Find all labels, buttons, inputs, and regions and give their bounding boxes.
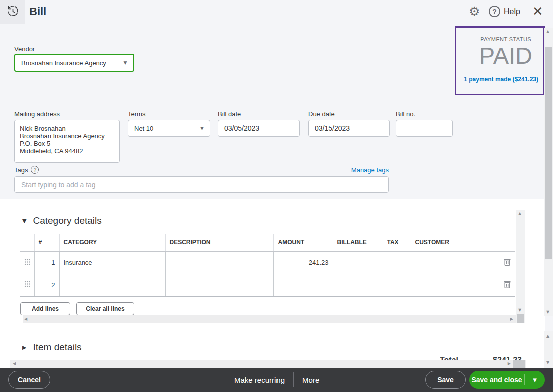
chevron-down-icon: ▼ — [200, 126, 204, 131]
payment-made-link[interactable]: 1 payment made ($241.23) — [456, 76, 538, 83]
page-title: Bill — [29, 5, 46, 18]
col-header-category: CATEGORY — [59, 234, 165, 251]
scroll-right-icon[interactable]: ▶ — [510, 317, 513, 321]
drag-handle-icon[interactable] — [20, 274, 34, 296]
save-button[interactable]: Save — [425, 371, 466, 389]
triangle-down-icon: ▼ — [22, 218, 26, 224]
recent-transactions-button[interactable] — [0, 0, 25, 24]
scroll-left-icon[interactable]: ◀ — [13, 362, 16, 366]
save-and-close-label: Save and close — [469, 376, 524, 384]
scroll-down-icon[interactable]: ▼ — [546, 361, 549, 365]
delete-line-trash-icon[interactable] — [503, 257, 511, 268]
bill-window: Bill ⚙ ? Help ✕ PAYMENT STATUS PAID 1 pa… — [0, 0, 553, 392]
chevron-down-icon[interactable]: ▼ — [525, 377, 545, 383]
add-lines-button[interactable]: Add lines — [20, 302, 70, 315]
chevron-down-icon: ▼ — [124, 60, 127, 65]
footer-bar: Cancel Make recurring More Save Save and… — [0, 368, 553, 392]
cancel-button[interactable]: Cancel — [8, 371, 50, 389]
billable-cell[interactable] — [333, 274, 383, 296]
terms-dropdown-arrow[interactable]: ▼ — [194, 120, 210, 136]
table-vertical-scrollbar[interactable]: ▲ ▼ — [516, 210, 525, 323]
delete-line-trash-icon[interactable] — [503, 280, 511, 290]
bill-no-input[interactable] — [396, 120, 453, 137]
tags-input[interactable]: Start typing to add a tag — [14, 176, 389, 193]
col-header-amount: AMOUNT — [273, 234, 333, 251]
triangle-right-icon: ▶ — [22, 344, 26, 351]
manage-tags-link[interactable]: Manage tags — [351, 166, 389, 174]
category-details-title: Category details — [33, 215, 101, 226]
col-header-num: # — [34, 234, 59, 251]
help-label: Help — [504, 7, 520, 16]
due-date-input[interactable]: 03/15/2023 — [308, 120, 390, 137]
description-cell[interactable] — [165, 274, 273, 296]
payment-status-card: PAYMENT STATUS PAID 1 payment made ($241… — [455, 26, 545, 95]
scroll-left-icon[interactable]: ◀ — [24, 317, 27, 321]
row-number: 1 — [34, 251, 59, 274]
description-cell[interactable] — [165, 251, 273, 274]
page-vertical-scrollbar[interactable]: ▲ ▼ — [544, 28, 553, 316]
tags-help-icon[interactable]: ? — [31, 166, 39, 174]
scrollbar-thumb[interactable] — [545, 47, 552, 259]
table-row: 1 Insurance 241.23 — [20, 251, 515, 274]
tags-label: Tags — [14, 166, 28, 174]
scroll-up-icon[interactable]: ▲ — [518, 212, 521, 216]
category-cell[interactable] — [59, 274, 165, 296]
lower-vertical-scrollbar[interactable]: ▲ ▼ — [544, 331, 553, 368]
payment-status-value: PAID — [456, 43, 532, 68]
tax-cell[interactable] — [383, 251, 411, 274]
bill-date-input[interactable]: 03/05/2023 — [218, 120, 300, 137]
col-header-description: DESCRIPTION — [165, 234, 273, 251]
payment-status-label: PAYMENT STATUS — [456, 36, 531, 42]
amount-cell[interactable] — [273, 274, 333, 296]
bill-no-label: Bill no. — [396, 110, 415, 118]
mailing-address-label: Mailing address — [14, 110, 60, 118]
col-header-customer: CUSTOMER — [411, 234, 501, 251]
drag-handle-icon[interactable] — [20, 251, 34, 274]
footer-divider — [293, 372, 294, 387]
make-recurring-button[interactable]: Make recurring — [234, 376, 285, 384]
help-question-icon: ? — [489, 6, 500, 17]
item-details-title: Item details — [33, 342, 81, 353]
billable-cell[interactable] — [333, 251, 383, 274]
tax-cell[interactable] — [383, 274, 411, 296]
scrollbar-thumb[interactable] — [517, 314, 524, 323]
table-row: 2 — [20, 274, 515, 296]
scroll-up-icon[interactable]: ▲ — [546, 30, 549, 34]
amount-cell[interactable]: 241.23 — [273, 251, 333, 274]
terms-label: Terms — [128, 110, 145, 118]
history-clock-icon — [6, 5, 20, 20]
customer-cell[interactable] — [411, 274, 501, 296]
close-icon[interactable]: ✕ — [532, 4, 543, 19]
vendor-combobox[interactable]: Brosnahan Insurance Agency ▼ — [14, 54, 134, 72]
help-button[interactable]: ? Help — [489, 6, 520, 17]
terms-select[interactable]: Net 10 ▼ — [128, 120, 210, 137]
more-button[interactable]: More — [302, 376, 319, 384]
item-details-toggle[interactable]: ▶ Item details — [22, 342, 82, 353]
table-horizontal-scrollbar[interactable]: ◀ ▶ — [23, 315, 516, 323]
scroll-down-icon[interactable]: ▼ — [518, 308, 521, 312]
category-details-table: # CATEGORY DESCRIPTION AMOUNT BILLABLE T… — [20, 234, 515, 297]
mailing-address-input[interactable]: Nick Brosnahan Brosnahan Insurance Agenc… — [14, 120, 120, 163]
table-header-row: # CATEGORY DESCRIPTION AMOUNT BILLABLE T… — [20, 234, 515, 251]
scroll-up-icon[interactable]: ▲ — [546, 334, 549, 338]
vendor-dropdown-arrow[interactable]: ▼ — [117, 55, 133, 71]
col-header-billable: BILLABLE — [333, 234, 383, 251]
due-date-label: Due date — [308, 110, 335, 118]
save-and-close-button[interactable]: Save and close ▼ — [469, 371, 545, 389]
col-header-tax: TAX — [383, 234, 411, 251]
bill-date-label: Bill date — [218, 110, 241, 118]
settings-gear-icon[interactable]: ⚙ — [469, 4, 480, 19]
category-details-toggle[interactable]: ▼ Category details — [22, 215, 102, 226]
form-horizontal-scrollbar[interactable]: ◀ ▶ — [10, 360, 526, 368]
category-cell[interactable]: Insurance — [59, 251, 165, 274]
customer-cell[interactable] — [411, 251, 501, 274]
terms-value: Net 10 — [128, 120, 194, 136]
text-cursor — [107, 59, 107, 67]
scrollbar-thumb[interactable] — [513, 360, 525, 368]
scroll-down-icon[interactable]: ▼ — [546, 310, 549, 314]
vendor-value: Brosnahan Insurance Agency — [21, 59, 106, 67]
clear-all-lines-button[interactable]: Clear all lines — [76, 302, 134, 315]
scroll-right-icon[interactable]: ▶ — [508, 362, 511, 366]
vendor-label: Vendor — [14, 45, 35, 53]
row-number: 2 — [34, 274, 59, 296]
